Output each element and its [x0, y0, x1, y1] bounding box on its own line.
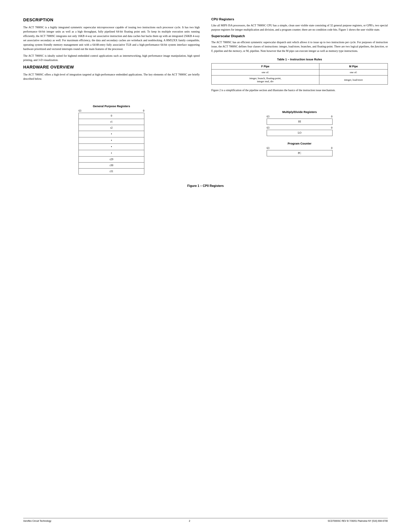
gpr-row-dot1: •: [79, 131, 144, 137]
table-cell-mpipe-oneof: one of:: [319, 69, 388, 76]
hardware-overview-para: The ACT 7000SC offers a high-level of in…: [23, 72, 200, 81]
footer-right: SCD7000SC REV B 7/30/01 Plainview NY (51…: [328, 520, 388, 522]
lo-range: 63 0: [267, 126, 332, 129]
superscalar-dispatch-para: The ACT 7000SC has an efficient symmetri…: [211, 40, 388, 53]
gpr-row-r30: r30: [79, 162, 144, 169]
gpr-rows: 0 r1 r2 • • • • r29 r30 r31: [79, 113, 144, 174]
gpr-range-low: 0: [143, 109, 144, 112]
table-header-mpipe: M Pipe: [319, 63, 388, 69]
lo-range-high: 63: [267, 126, 270, 129]
figure-note: Figure 2 is a simplification of the pipe…: [211, 88, 388, 92]
pc-range-high: 63: [267, 147, 270, 150]
pc-range-low: 0: [331, 147, 332, 150]
figure1-section: General Purpose Registers 63 0 0 r1 r2 •…: [23, 104, 388, 188]
lo-register-group: 63 0 LO: [267, 126, 332, 136]
table-cell-fpipe-oneof: one of:: [211, 69, 319, 76]
gpr-range-high: 63: [79, 109, 81, 112]
hardware-overview-title: HARDWARE OVERVIEW: [23, 65, 200, 70]
superscalar-dispatch-title: Superscalar Dispatch: [211, 34, 388, 38]
pc-range: 63 0: [267, 147, 332, 150]
table-title: Table 1 – Instruction Issue Rules: [211, 58, 388, 61]
lo-box: LO: [267, 130, 332, 136]
hi-range: 63 0: [267, 115, 332, 118]
right-column: CPU Registers Like all MIPS ISA processo…: [211, 17, 388, 95]
gpr-row-dot3: •: [79, 144, 144, 150]
hi-register-group: 63 0 HI: [267, 115, 332, 125]
figure1-diagrams: General Purpose Registers 63 0 0 r1 r2 •…: [23, 104, 388, 174]
right-register-diagrams: Multiply/Divide Registers 63 0 HI 63 0: [211, 104, 388, 174]
gpr-range: 63 0: [79, 109, 144, 112]
table-row-1: one of: one of:: [211, 69, 388, 76]
cpu-registers-para: Like all MIPS ISA processors, the ACT 70…: [211, 23, 388, 32]
footer-page-number: 2: [189, 519, 190, 522]
gpr-diagram: General Purpose Registers 63 0 0 r1 r2 •…: [23, 104, 200, 174]
hi-box: HI: [267, 119, 332, 125]
left-column: DESCRIPTION The ACT 7000SC is a highly i…: [23, 17, 200, 95]
mdr-diagram: Multiply/Divide Registers 63 0 HI 63 0: [267, 110, 332, 136]
gpr-row-dot4: •: [79, 150, 144, 156]
footer-left: Aeroflex Circuit Technology: [23, 520, 51, 522]
footer: Aeroflex Circuit Technology 2 SCD7000SC …: [23, 518, 388, 522]
table-cell-fpipe-types: integer, branch, floating-point,integer …: [211, 76, 319, 85]
gpr-row-r29: r29: [79, 156, 144, 162]
gpr-row-r2: r2: [79, 125, 144, 131]
instruction-issue-table: F Pipe M Pipe one of: one of: integer, b…: [211, 63, 388, 85]
description-title: DESCRIPTION: [23, 17, 200, 22]
pc-box: PC: [267, 150, 332, 156]
pc-diagram: Program Counter 63 0 PC: [267, 142, 332, 156]
hi-range-high: 63: [267, 115, 270, 118]
mdr-title: Multiply/Divide Registers: [282, 110, 317, 114]
main-content: DESCRIPTION The ACT 7000SC is a highly i…: [23, 17, 388, 95]
gpr-row-r1: r1: [79, 119, 144, 125]
table-row-2: integer, branch, floating-point,integer …: [211, 76, 388, 85]
description-para1: The ACT 7000SC is a highly integrated sy…: [23, 25, 200, 51]
description-para2: The ACT 7000SC is ideally suited for hig…: [23, 54, 200, 62]
gpr-row-r31: r31: [79, 169, 144, 174]
gpr-row-0: 0: [79, 113, 144, 119]
cpu-registers-title: CPU Registers: [211, 17, 388, 21]
page: DESCRIPTION The ACT 7000SC is a highly i…: [0, 0, 411, 532]
table-header-fpipe: F Pipe: [211, 63, 319, 69]
pc-register-group: 63 0 PC: [267, 147, 332, 156]
instruction-issue-table-section: Table 1 – Instruction Issue Rules F Pipe…: [211, 58, 388, 85]
gpr-row-dot2: •: [79, 137, 144, 144]
table-cell-mpipe-types: integer, load/store: [319, 76, 388, 85]
pc-title: Program Counter: [288, 142, 311, 145]
figure1-caption: Figure 1 – CP0 Registers: [23, 184, 388, 188]
lo-range-low: 0: [331, 126, 332, 129]
hi-range-low: 0: [331, 115, 332, 118]
gpr-title: General Purpose Registers: [93, 104, 130, 108]
